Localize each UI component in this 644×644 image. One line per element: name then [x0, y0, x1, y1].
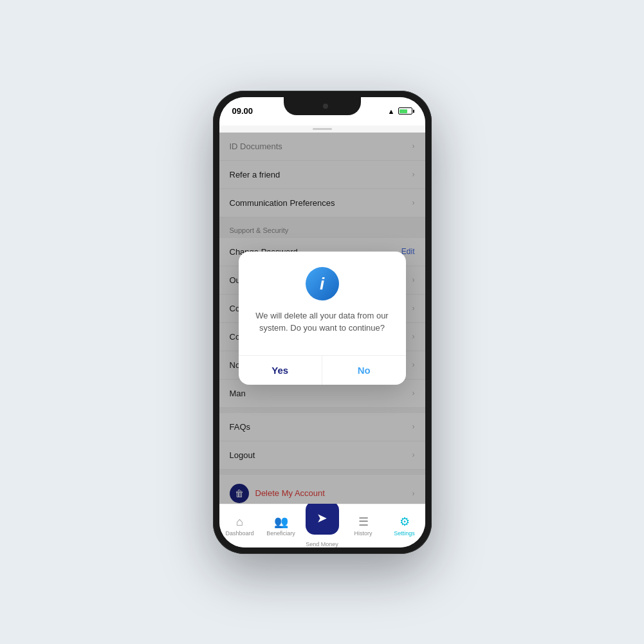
info-icon-circle: i	[306, 267, 339, 300]
nav-item-dashboard[interactable]: ⌂ Dashboard	[219, 511, 261, 540]
phone-screen: 09.00 ▲ ID Documents ›	[219, 97, 425, 547]
modal-overlay[interactable]: i We will delete all your data from our …	[219, 133, 425, 504]
nav-item-settings[interactable]: ⚙ Settings	[384, 511, 425, 540]
info-icon: i	[320, 275, 324, 292]
beneficiary-icon: 👥	[274, 515, 288, 529]
bottom-nav: ⌂ Dashboard 👥 Beneficiary ➤ Send Money ☰…	[219, 504, 425, 547]
home-icon: ⌂	[236, 515, 243, 529]
nav-item-beneficiary[interactable]: 👥 Beneficiary	[261, 511, 302, 540]
yes-button[interactable]: Yes	[239, 356, 323, 385]
wifi-icon: ▲	[388, 107, 395, 115]
status-bar: 09.00 ▲	[219, 97, 425, 125]
scroll-handle	[313, 128, 332, 130]
settings-label: Settings	[394, 530, 415, 537]
dialog-body: i We will delete all your data from our …	[239, 252, 406, 345]
dialog-message: We will delete all your data from our sy…	[252, 309, 393, 335]
phone-device: 09.00 ▲ ID Documents ›	[213, 91, 432, 554]
battery-fill	[400, 109, 407, 113]
beneficiary-label: Beneficiary	[266, 530, 295, 537]
settings-content: ID Documents › Refer a friend › Communic…	[219, 133, 425, 504]
status-icons: ▲	[388, 107, 412, 115]
send-money-label: Send Money	[306, 541, 338, 547]
battery-icon	[398, 107, 412, 115]
dialog-buttons: Yes No	[239, 355, 406, 385]
no-button[interactable]: No	[322, 356, 406, 385]
dashboard-label: Dashboard	[225, 530, 253, 537]
nav-item-history[interactable]: ☰ History	[343, 511, 384, 540]
send-money-button[interactable]: ➤	[306, 501, 339, 535]
history-label: History	[354, 530, 372, 537]
confirmation-dialog: i We will delete all your data from our …	[239, 252, 406, 385]
notch	[284, 97, 361, 115]
settings-icon: ⚙	[400, 515, 410, 529]
scroll-indicator	[219, 125, 425, 133]
camera	[323, 104, 328, 109]
history-icon: ☰	[358, 515, 369, 529]
nav-item-send-money[interactable]: ➤ Send Money	[302, 501, 343, 547]
send-icon: ➤	[317, 510, 327, 526]
status-time: 09.00	[232, 106, 253, 116]
